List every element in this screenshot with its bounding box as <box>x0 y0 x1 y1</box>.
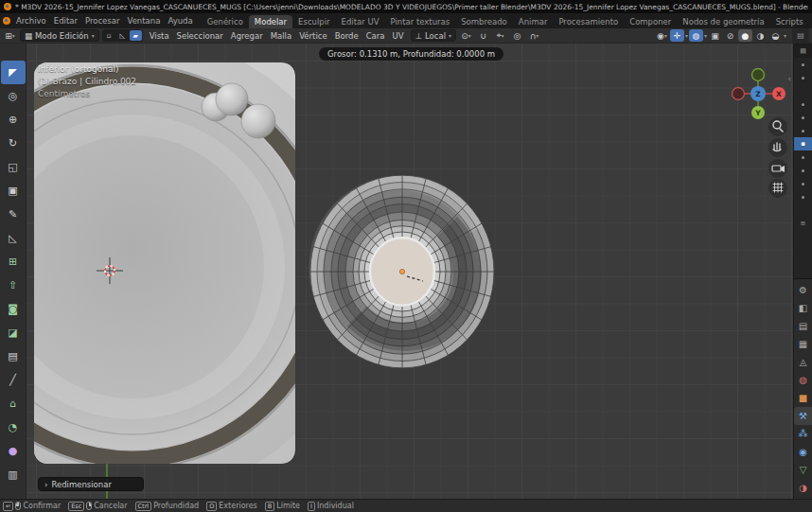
workspace-tab-pintar-texturas[interactable]: Pintar texturas <box>384 15 455 28</box>
visibility-dropdown-button[interactable]: ◉▾ <box>655 29 669 42</box>
properties-tab-view-layer[interactable]: ▦ <box>794 335 812 353</box>
ortho-grid-button[interactable] <box>768 179 787 198</box>
pivot-point-button[interactable]: ⊙▾ <box>459 29 473 42</box>
outliner-item-5[interactable] <box>794 124 812 137</box>
snap-toggle-button[interactable]: ∪ <box>476 29 490 42</box>
chevron-down-icon[interactable]: ▾ <box>704 32 707 39</box>
outliner-item-0[interactable] <box>794 58 812 71</box>
outliner-filter-button[interactable]: ≡ <box>794 217 812 230</box>
pan-button[interactable] <box>768 138 787 157</box>
shading-rendered-button[interactable]: ◒ <box>768 29 783 42</box>
tool-annotate[interactable]: ✎ <box>1 203 26 226</box>
navigation-gizmo[interactable]: X Y Z <box>733 69 786 120</box>
snap-target-button[interactable]: ⌖▾ <box>493 29 507 42</box>
outliner-item-7[interactable] <box>794 150 812 164</box>
properties-tab-output[interactable]: ▤ <box>794 317 812 335</box>
viewport-menu-borde[interactable]: Borde <box>331 31 362 41</box>
menu-ventana[interactable]: Ventana <box>123 16 164 26</box>
workspace-tab-nodos-de-geometria[interactable]: Nodos de geometría <box>677 15 769 28</box>
tool-inset-faces[interactable]: ◙ <box>1 297 26 321</box>
tool-tweak-select[interactable]: ◤ <box>1 61 26 84</box>
tool-scale[interactable]: ◱ <box>1 155 26 179</box>
outliner-item-9[interactable] <box>794 177 812 190</box>
vertex-select-button[interactable]: ▫ <box>103 30 115 41</box>
tool-move[interactable]: ⊕ <box>1 108 26 132</box>
tool-transform[interactable]: ▣ <box>1 179 26 203</box>
tool-rotate[interactable]: ↻ <box>1 132 26 155</box>
properties-tab-scene[interactable]: ◬ <box>794 353 812 371</box>
properties-tab-material[interactable]: ◑ <box>794 479 812 497</box>
tool-edge-slide[interactable]: ▥ <box>1 463 26 486</box>
viewport-3d[interactable]: X Y Z <box>26 44 793 499</box>
menu-procesar[interactable]: Procesar <box>81 16 124 26</box>
xray-toggle-button[interactable]: ▣ <box>708 29 722 42</box>
workspace-tab-modelar[interactable]: Modelar <box>249 15 292 28</box>
properties-tab-world[interactable]: ◍ <box>794 371 812 389</box>
camera-view-button[interactable] <box>768 159 787 178</box>
tool-extrude-region[interactable]: ⇧ <box>1 274 26 297</box>
viewport-menu-cara[interactable]: Cara <box>362 31 389 41</box>
outliner-item-3[interactable] <box>794 97 812 111</box>
viewport-menu-agregar[interactable]: Agregar <box>227 31 267 41</box>
properties-tab-object-data[interactable]: ▽ <box>794 461 812 479</box>
tool-measure[interactable]: ◺ <box>1 226 26 250</box>
properties-tab-tool[interactable]: ⚙ <box>794 281 812 299</box>
axis-neg-y-handle[interactable] <box>752 69 765 81</box>
viewport-menu-seleccionar[interactable]: Seleccionar <box>173 31 227 41</box>
tool-loop-cut[interactable]: ▤ <box>1 344 26 368</box>
viewport-menu-malla[interactable]: Malla <box>267 31 295 41</box>
properties-tab-particles[interactable]: ⁂ <box>794 425 812 443</box>
menu-archivo[interactable]: Archivo <box>12 16 50 26</box>
tool-poly-build[interactable]: ⌂ <box>1 392 26 415</box>
menu-ayuda[interactable]: Ayuda <box>164 16 196 26</box>
tool-spin[interactable]: ◔ <box>1 415 26 439</box>
outliner-editor-icon[interactable]: ▤ <box>792 28 809 44</box>
shading-wireframe-button[interactable]: ⊘ <box>723 29 737 42</box>
outliner-item-4[interactable] <box>794 111 812 124</box>
sphere-small-3[interactable] <box>241 104 275 138</box>
region-collapse-arrow-icon[interactable]: ‹ <box>787 74 791 83</box>
overlays-toggle-button[interactable]: ◍ <box>689 29 703 42</box>
zoom-button[interactable] <box>768 117 787 136</box>
viewport-menu-vertice[interactable]: Vértice <box>295 31 330 41</box>
outliner-item-active[interactable]: ▪ <box>794 137 812 150</box>
editor-type-button[interactable]: ⊞▾ <box>3 29 17 42</box>
proportional-edit-button[interactable]: ◎ <box>510 29 524 42</box>
properties-tab-modifiers[interactable]: ⚒ <box>794 407 812 425</box>
operator-panel[interactable]: › Redimensionar <box>38 477 144 491</box>
workspace-tab-scripts[interactable]: Scripts <box>770 15 809 28</box>
outliner-header[interactable]: ▤ <box>794 44 812 58</box>
tool-shade-smooth[interactable]: ● <box>1 439 26 463</box>
viewport-menu-vista[interactable]: Vista <box>146 31 173 41</box>
workspace-tab-sombreado[interactable]: Sombreado <box>455 15 513 28</box>
mode-dropdown[interactable]: ▦ Modo Edición ▾ <box>20 29 99 42</box>
tool-knife[interactable]: ╱ <box>1 368 26 392</box>
workspace-tab-procesamiento[interactable]: Procesamiento <box>553 15 624 28</box>
chevron-down-icon[interactable]: ▾ <box>784 32 786 39</box>
shading-material-button[interactable]: ◑ <box>753 29 768 42</box>
face-select-button[interactable]: ▰ <box>130 30 142 41</box>
properties-tab-render[interactable]: ◧ <box>794 299 812 317</box>
edge-select-button[interactable]: ◺ <box>116 30 129 41</box>
properties-tab-physics[interactable]: ◉ <box>794 443 812 461</box>
tool-add-cube[interactable]: ⊞ <box>1 250 26 274</box>
chevron-down-icon[interactable]: ▾ <box>685 32 688 39</box>
tool-cursor-3d[interactable]: ◎ <box>1 84 26 108</box>
viewport-canvas[interactable]: X Y Z <box>26 44 793 499</box>
menu-editar[interactable]: Editar <box>50 16 81 26</box>
tool-bevel[interactable]: ◪ <box>1 321 26 344</box>
gizmos-toggle-button[interactable]: ✛ <box>670 29 684 42</box>
workspace-tab-generico[interactable]: Genérico <box>202 15 249 28</box>
outliner-item-8[interactable] <box>794 164 812 177</box>
blender-menu-icon[interactable] <box>3 17 10 25</box>
outliner-item-1[interactable] <box>794 71 812 84</box>
workspace-tab-editar-uv[interactable]: Editar UV <box>336 15 385 28</box>
orientation-dropdown[interactable]: ⊥ Local ▾ <box>411 29 456 42</box>
sphere-small-2[interactable] <box>216 83 248 115</box>
falloff-button[interactable]: ∩▾ <box>527 29 541 42</box>
viewport-menu-uv[interactable]: UV <box>389 31 408 41</box>
workspace-tab-esculpir[interactable]: Esculpir <box>292 15 335 28</box>
shading-solid-button[interactable]: ● <box>738 29 752 42</box>
axis-neg-x-handle[interactable] <box>733 88 745 100</box>
properties-tab-object[interactable]: ■ <box>794 389 812 407</box>
